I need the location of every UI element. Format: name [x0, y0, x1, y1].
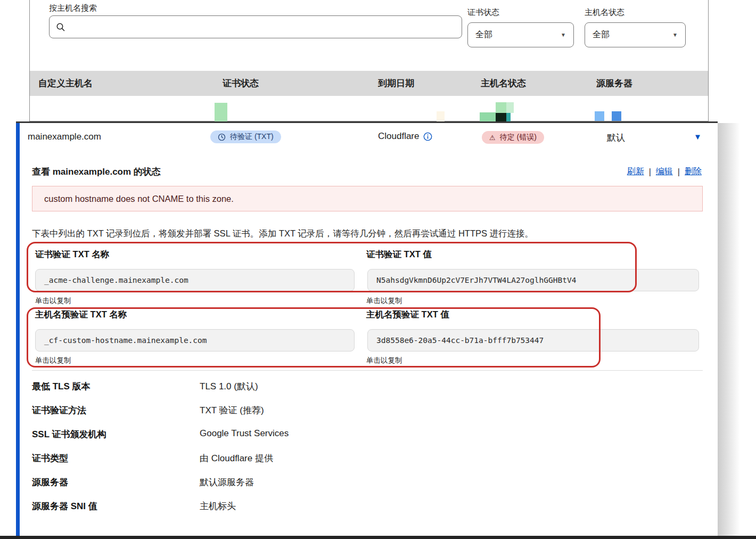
- precert-txt-value-label: 主机名预验证 TXT 值: [366, 309, 449, 321]
- detail-value: TLS 1.0 (默认): [200, 380, 258, 393]
- error-banner-text: custom hostname does not CNAME to this z…: [44, 194, 234, 204]
- panel-actions: 刷新 | 编辑 | 删除: [627, 166, 702, 177]
- detail-value: TXT 验证 (推荐): [200, 404, 264, 416]
- precert-txt-value-box[interactable]: 3d8558e6-20a5-44cc-b71a-bfff7b753447: [367, 329, 699, 352]
- hostname-detail-panel: mainexample.com 待验证 (TXT) Cloudflare ⚠ 待…: [16, 123, 718, 536]
- occluded-badge-fragment: [496, 102, 506, 113]
- cert-status-dropdown[interactable]: 全部 ▼: [467, 22, 574, 47]
- detail-label: 证书类型: [32, 452, 68, 464]
- cert-txt-name-label: 证书验证 TXT 名称: [35, 249, 109, 260]
- panel-title: 查看 mainexample.com 的状态: [32, 166, 161, 178]
- clock-icon: [218, 133, 226, 141]
- search-icon: [56, 22, 65, 32]
- cert-txt-name-value: _acme-challenge.mainexample.com: [44, 276, 188, 284]
- occluded-badge-fragment: [612, 111, 621, 121]
- info-icon[interactable]: [423, 132, 432, 141]
- error-banner: custom hostname does not CNAME to this z…: [32, 186, 703, 211]
- copy-hint: 单击以复制: [35, 356, 71, 365]
- precert-txt-name-label: 主机名预验证 TXT 名称: [35, 309, 127, 321]
- occluded-badge-fragment: [506, 113, 511, 121]
- cert-status-filter-label: 证书状态: [467, 7, 499, 18]
- hostname-status-dropdown-value: 全部: [593, 29, 610, 40]
- action-separator: |: [678, 167, 680, 177]
- occluded-badge-fragment: [506, 102, 514, 113]
- occluded-badge-fragment: [437, 111, 445, 121]
- table-header-row: 自定义主机名 证书状态 到期日期 主机名状态 源服务器: [30, 71, 708, 96]
- occluded-badge-fragment: [215, 103, 227, 121]
- precert-txt-value-value: 3d8558e6-20a5-44cc-b71a-bfff7b753447: [376, 336, 544, 345]
- row-hostname: mainexample.com: [28, 132, 101, 142]
- panel-shadow: [718, 123, 740, 536]
- detail-value: 主机标头: [200, 500, 236, 512]
- cert-txt-value-box[interactable]: N5ahsdgVkmnD6Up2cV7ErJh7VTW4LA27oglhGGHB…: [367, 269, 699, 291]
- detail-label: 源服务器 SNI 值: [32, 500, 97, 512]
- copy-hint: 单击以复制: [366, 296, 402, 306]
- detail-value: 由 Cloudflare 提供: [200, 452, 273, 464]
- detail-label: 源服务器: [32, 476, 68, 488]
- viewport-bottom-edge: [0, 536, 756, 539]
- col-custom-hostname: 自定义主机名: [38, 77, 93, 89]
- detail-value: Google Trust Services: [200, 428, 289, 439]
- cert-status-dropdown-value: 全部: [475, 29, 492, 40]
- cert-txt-value-label: 证书验证 TXT 值: [366, 249, 432, 260]
- copy-hint: 单击以复制: [35, 296, 71, 306]
- detail-label: 最低 TLS 版本: [32, 380, 91, 393]
- precert-txt-name-value: _cf-custom-hostname.mainexample.com: [44, 336, 207, 345]
- hostname-status-badge-label: 待定 (错误): [500, 133, 537, 142]
- collapse-chevron-icon[interactable]: ▼: [694, 132, 702, 141]
- search-input[interactable]: [70, 15, 455, 38]
- precert-txt-name-box[interactable]: _cf-custom-hostname.mainexample.com: [35, 329, 355, 352]
- expiry-cell: Cloudflare: [378, 131, 432, 142]
- cert-status-badge-label: 待验证 (TXT): [230, 132, 274, 142]
- refresh-link[interactable]: 刷新: [627, 166, 644, 177]
- cert-txt-value-value: N5ahsdgVkmnD6Up2cV7ErJh7VTW4LA27oglhGGHB…: [376, 276, 576, 284]
- detail-label: SSL 证书颁发机构: [32, 428, 106, 440]
- col-hostname-status: 主机名状态: [481, 77, 526, 89]
- warning-icon: ⚠: [489, 134, 496, 142]
- chevron-down-icon: ▼: [561, 32, 566, 38]
- occluded-badge-fragment: [480, 112, 496, 121]
- col-origin-server: 源服务器: [596, 77, 632, 89]
- occluded-badge-fragment: [496, 113, 506, 121]
- detail-label: 证书验证方法: [32, 404, 86, 416]
- origin-cell: 默认: [607, 132, 625, 144]
- occluded-badge-fragment: [595, 111, 604, 121]
- panel-accent-bar: [16, 123, 20, 536]
- delete-link[interactable]: 删除: [685, 166, 702, 177]
- cert-status-badge: 待验证 (TXT): [210, 130, 281, 143]
- detail-value: 默认源服务器: [200, 476, 254, 488]
- hostname-status-badge: ⚠ 待定 (错误): [482, 131, 544, 144]
- search-input-wrap: [49, 15, 462, 38]
- chevron-down-icon: ▼: [672, 32, 678, 38]
- hostname-status-dropdown[interactable]: 全部 ▼: [585, 22, 686, 47]
- custom-hostnames-page: 按主机名搜索 证书状态 全部 ▼ 主机名状态 全部 ▼ 自定义主机名 证书状态 …: [0, 0, 756, 539]
- copy-hint: 单击以复制: [366, 356, 402, 365]
- txt-instruction: 下表中列出的 TXT 记录到位后，将颁发并部署 SSL 证书。添加 TXT 记录…: [32, 228, 533, 240]
- edit-link[interactable]: 编辑: [656, 166, 673, 177]
- action-separator: |: [649, 167, 651, 177]
- col-cert-status: 证书状态: [223, 77, 259, 89]
- expiry-value: Cloudflare: [378, 131, 420, 142]
- cert-txt-name-box[interactable]: _acme-challenge.mainexample.com: [35, 269, 355, 291]
- hostname-status-filter-label: 主机名状态: [585, 7, 624, 18]
- search-label: 按主机名搜索: [49, 3, 97, 13]
- col-expiry-date: 到期日期: [378, 77, 414, 89]
- section-divider: [32, 370, 703, 371]
